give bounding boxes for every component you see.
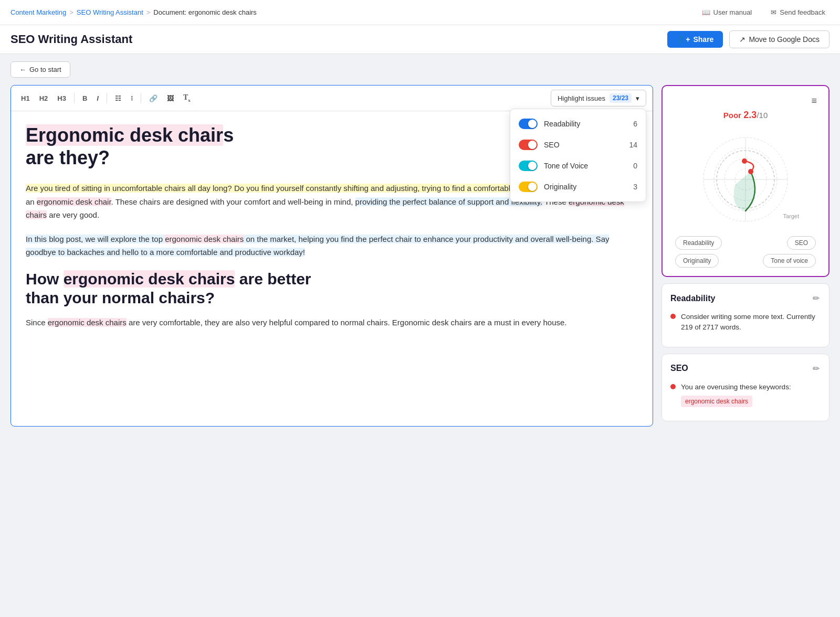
- svg-point-8: [748, 169, 753, 174]
- editor-panel: H1 H2 H3 B I ☷ ⁝ 🔗 🖼 Tx: [10, 85, 653, 427]
- radar-bottom-labels: Originality Tone of voice: [671, 254, 820, 268]
- send-feedback-button[interactable]: ✉ Send feedback: [766, 6, 830, 18]
- hl-ergonomic3: ergonomic desk chairs: [165, 235, 244, 243]
- breadcrumb-sep2: >: [146, 8, 151, 16]
- originality-count: 3: [633, 183, 637, 191]
- score-value: 2.3: [743, 110, 757, 120]
- toolbar-clear-format[interactable]: Tx: [180, 91, 194, 105]
- go-to-start-row: ← Go to start: [0, 54, 840, 85]
- radar-tone-of-voice-button[interactable]: Tone of voice: [763, 254, 816, 268]
- highlight-count: 23/23: [610, 93, 632, 103]
- originality-label: Originality: [544, 183, 627, 191]
- clear-format-icon: Tx: [183, 93, 191, 101]
- arrow-left-icon: ←: [19, 66, 26, 73]
- toolbar-italic[interactable]: I: [93, 92, 102, 104]
- seo-issue-content: You are overusing these keywords: ergono…: [681, 382, 791, 407]
- paragraph-2: In this blog post, we will explore the t…: [26, 232, 638, 259]
- book-icon: 📖: [702, 8, 710, 16]
- readability-issue-text: Consider writing some more text. Current…: [681, 312, 821, 333]
- readability-label: Readability: [544, 120, 627, 128]
- hl-tired: Are you tired of sitting in uncomfortabl…: [26, 184, 549, 193]
- share-icon: 👤+: [677, 35, 690, 44]
- breadcrumb-content-marketing[interactable]: Content Marketing: [10, 8, 66, 16]
- toolbar-sep2: [107, 93, 107, 103]
- gdocs-icon: ↗: [739, 35, 746, 44]
- toolbar-ordered-list[interactable]: ☷: [111, 92, 125, 104]
- toolbar-bold[interactable]: B: [79, 92, 91, 104]
- seo-edit-button[interactable]: ✏: [812, 363, 821, 375]
- toolbar-image[interactable]: 🖼: [163, 92, 177, 104]
- link-icon: 🔗: [149, 94, 158, 102]
- highlight-dropdown-menu: Readability 6 SEO 14 Tone of Voice 0: [510, 109, 646, 202]
- radar-chart-wrapper: Target: [671, 127, 820, 232]
- dropdown-seo[interactable]: SEO 14: [510, 134, 646, 155]
- toolbar-h2[interactable]: H2: [36, 92, 52, 104]
- breadcrumb-document: Document: ergonomic desk chairs: [153, 8, 257, 16]
- score-label: Poor: [723, 111, 741, 120]
- ul-icon: ⁝: [131, 94, 133, 102]
- dropdown-readability[interactable]: Readability 6: [510, 113, 646, 134]
- seo-keyword-tag: ergonomic desk chairs: [681, 396, 752, 407]
- toolbar-h1[interactable]: H1: [17, 92, 34, 104]
- seo-issue-text: You are overusing these keywords:: [681, 383, 791, 391]
- seo-card-header: SEO ✏: [670, 363, 821, 375]
- radar-seo-button[interactable]: SEO: [787, 236, 816, 250]
- user-manual-button[interactable]: 📖 User manual: [698, 6, 757, 18]
- h2-highlight: ergonomic desk chairs: [64, 270, 235, 288]
- gdocs-label: Move to Google Docs: [749, 35, 820, 44]
- editor-toolbar: H1 H2 H3 B I ☷ ⁝ 🔗 🖼 Tx: [11, 86, 653, 111]
- readability-edit-button[interactable]: ✏: [812, 292, 821, 304]
- readability-card: Readability ✏ Consider writing some more…: [662, 283, 830, 347]
- paragraph-3: Since ergonomic desk chairs are very com…: [26, 316, 638, 329]
- seo-title: SEO: [670, 364, 688, 373]
- share-button[interactable]: 👤+ Share: [667, 31, 723, 48]
- highlight-label: Highlight issues: [558, 94, 605, 102]
- breadcrumb-seo-assistant[interactable]: SEO Writing Assistant: [77, 8, 143, 16]
- toolbar-link[interactable]: 🔗: [145, 92, 161, 104]
- radar-originality-button[interactable]: Originality: [675, 254, 719, 268]
- content-h2: How ergonomic desk chairs are betterthan…: [26, 270, 638, 307]
- highlight-dropdown: Highlight issues 23/23 ▾ Readability 6 S…: [551, 90, 646, 107]
- target-label: Target: [783, 213, 799, 219]
- breadcrumb: Content Marketing > SEO Writing Assistan…: [10, 8, 257, 16]
- seo-label: SEO: [544, 141, 623, 149]
- dropdown-tone-of-voice[interactable]: Tone of Voice 0: [510, 155, 646, 176]
- seo-issue-1: You are overusing these keywords: ergono…: [670, 382, 821, 407]
- seo-issue-dot: [670, 384, 676, 389]
- toolbar-unordered-list[interactable]: ⁝: [127, 92, 136, 104]
- dropdown-originality[interactable]: Originality 3: [510, 176, 646, 197]
- svg-point-7: [742, 158, 747, 164]
- top-bar: Content Marketing > SEO Writing Assistan…: [0, 0, 840, 25]
- feedback-icon: ✉: [771, 8, 776, 16]
- hl-ergonomic4: ergonomic desk chairs: [48, 318, 127, 327]
- score-max: /10: [757, 111, 768, 120]
- toolbar-sep1: [74, 93, 75, 103]
- radar-readability-button[interactable]: Readability: [675, 236, 722, 250]
- right-panel: ≡ Poor 2.3/10: [662, 85, 830, 421]
- panel-menu-button[interactable]: ≡: [808, 94, 820, 108]
- move-to-gdocs-button[interactable]: ↗ Move to Google Docs: [729, 30, 830, 48]
- tov-count: 0: [633, 162, 637, 170]
- hl-ergonomic1: ergonomic desk chair: [37, 197, 111, 206]
- tov-label: Tone of Voice: [544, 162, 627, 170]
- score-card: ≡ Poor 2.3/10: [662, 85, 830, 277]
- seo-toggle[interactable]: [519, 140, 538, 150]
- score-header: Poor 2.3/10: [671, 110, 820, 121]
- readability-toggle[interactable]: [519, 119, 538, 129]
- user-manual-label: User manual: [713, 8, 752, 16]
- readability-issue-1: Consider writing some more text. Current…: [670, 312, 821, 333]
- highlight-issues-button[interactable]: Highlight issues 23/23 ▾: [551, 90, 646, 107]
- ol-icon: ☷: [115, 94, 121, 102]
- top-actions: 📖 User manual ✉ Send feedback: [698, 6, 830, 18]
- seo-count: 14: [629, 141, 637, 149]
- seo-card: SEO ✏ You are overusing these keywords: …: [662, 354, 830, 421]
- page-title: SEO Writing Assistant: [10, 33, 132, 46]
- toolbar-h3[interactable]: H3: [54, 92, 70, 104]
- title-bar: SEO Writing Assistant 👤+ Share ↗ Move to…: [0, 25, 840, 54]
- go-to-start-label: Go to start: [29, 66, 61, 73]
- main-layout: H1 H2 H3 B I ☷ ⁝ 🔗 🖼 Tx: [0, 85, 840, 437]
- originality-toggle[interactable]: [519, 182, 538, 192]
- title-actions: 👤+ Share ↗ Move to Google Docs: [667, 30, 830, 48]
- go-to-start-button[interactable]: ← Go to start: [10, 61, 70, 78]
- tov-toggle[interactable]: [519, 161, 538, 171]
